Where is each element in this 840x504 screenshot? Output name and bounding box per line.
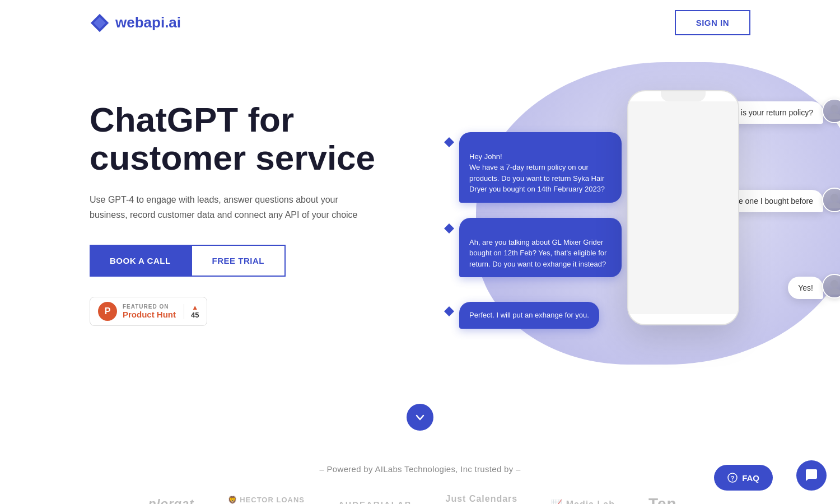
hero-subtext: Use GPT-4 to engage with leads, answer q… [90,193,358,222]
phone-mockup [622,62,745,365]
svg-marker-4 [444,137,454,147]
logo-text: webapi.ai [115,14,181,31]
faq-button[interactable]: ? FAQ [714,465,773,491]
product-hunt-votes: ▲ 45 [184,304,199,319]
user-bubble-3: Yes! [788,277,823,299]
bot-bubble-2: Ah, are you talking about GL Mixer Gride… [459,218,622,277]
logos-row: plorgat 🦁 HECTOR LOANSFREE YOUR CAPITAL … [90,494,750,504]
scroll-down-area [0,393,840,447]
product-hunt-icon: P [98,302,117,321]
bot-bubble-3: Perfect. I will put an exhange for you. [459,302,599,329]
logo-plorgat: plorgat [148,497,194,504]
svg-point-6 [828,202,840,208]
chat-icon [804,468,819,483]
logo-medialab: 📈 Media Lab [551,499,615,505]
vote-count: 45 [191,311,199,319]
logo-icon [90,13,110,33]
chevron-down-icon [414,412,426,423]
trusted-label: – Powered by AILabs Technologies, Inc tr… [90,464,750,474]
sign-in-button[interactable]: SIGN IN [675,10,750,35]
product-hunt-text: FEATURED ON Product Hunt [123,304,176,319]
svg-point-3 [828,113,840,119]
chat-widget-button[interactable] [796,460,827,491]
phone-notch [661,91,706,101]
bot-diamond-icon-3 [444,306,455,317]
question-circle-icon: ? [727,473,738,483]
bot-diamond-icon-2 [444,223,455,234]
logo-ten: Ten... [648,495,692,504]
hero-heading: ChatGPT for customer service [90,101,392,177]
product-hunt-badge[interactable]: P FEATURED ON Product Hunt ▲ 45 [90,297,207,326]
logo-area: webapi.ai [90,13,181,33]
bot-bubble-1: Hey John! We have a 7-day return policy … [459,132,622,203]
svg-point-2 [830,105,838,113]
hero-section: ChatGPT for customer service Use GPT-4 t… [0,45,840,393]
free-trial-button[interactable]: FREE TRIAL [191,245,286,277]
upvote-arrow-icon: ▲ [192,304,198,311]
phone-frame [627,90,739,325]
product-hunt-name: Product Hunt [123,310,176,319]
svg-point-8 [830,280,838,288]
svg-point-9 [828,288,840,295]
svg-point-5 [830,194,838,202]
bot-diamond-icon-1 [444,137,455,148]
logo-aiidea: AIIDEARIALAB [338,500,412,505]
phone-screen [628,101,738,314]
book-call-button[interactable]: BOOK A CALL [90,245,191,277]
logo-hector: 🦁 HECTOR LOANSFREE YOUR CAPITAL [228,496,305,504]
scroll-down-button[interactable] [407,404,433,431]
svg-marker-10 [444,306,454,316]
logo-justcalendar: Just CalendarsCOM.AU [446,494,518,504]
svg-marker-7 [444,223,454,234]
featured-label: FEATURED ON [123,304,176,310]
hero-left: ChatGPT for customer service Use GPT-4 t… [90,101,392,326]
svg-text:?: ? [731,475,735,482]
cta-buttons: BOOK A CALL FREE TRIAL [90,245,392,277]
navbar: webapi.ai SIGN IN [0,0,840,45]
hero-illustration: What is your return policy? Hey John! We… [420,45,840,393]
